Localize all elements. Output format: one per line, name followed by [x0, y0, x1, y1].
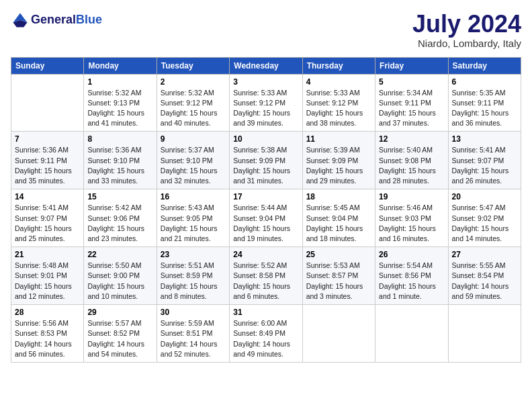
day-number: 14 [15, 192, 80, 201]
day-number: 9 [161, 134, 226, 144]
calendar-cell: 5Sunrise: 5:34 AM Sunset: 9:11 PM Daylig… [375, 74, 448, 132]
day-number: 15 [87, 192, 152, 201]
day-number: 12 [379, 134, 444, 144]
day-detail: Sunrise: 5:59 AM Sunset: 8:51 PM Dayligh… [161, 318, 226, 359]
calendar-cell: 18Sunrise: 5:45 AM Sunset: 9:04 PM Dayli… [302, 189, 375, 247]
day-number: 17 [233, 192, 298, 201]
day-number: 20 [452, 192, 517, 201]
day-number: 22 [87, 250, 152, 259]
day-number: 19 [379, 192, 444, 201]
calendar-cell: 11Sunrise: 5:39 AM Sunset: 9:09 PM Dayli… [302, 132, 375, 189]
day-number: 11 [306, 134, 371, 144]
calendar-cell [11, 74, 84, 132]
month-year: July 2024 [412, 11, 521, 38]
calendar-cell: 25Sunrise: 5:53 AM Sunset: 8:57 PM Dayli… [302, 247, 375, 305]
day-number: 29 [87, 308, 152, 317]
calendar-cell: 14Sunrise: 5:41 AM Sunset: 9:07 PM Dayli… [11, 189, 84, 247]
day-number: 2 [161, 77, 226, 87]
title-block: July 2024 Niardo, Lombardy, Italy [412, 11, 521, 49]
day-number: 24 [233, 250, 298, 259]
week-row-3: 14Sunrise: 5:41 AM Sunset: 9:07 PM Dayli… [11, 189, 521, 247]
day-detail: Sunrise: 5:33 AM Sunset: 9:12 PM Dayligh… [233, 88, 298, 129]
calendar-cell: 29Sunrise: 5:57 AM Sunset: 8:52 PM Dayli… [84, 305, 157, 363]
day-number: 18 [306, 192, 371, 201]
day-detail: Sunrise: 5:41 AM Sunset: 9:07 PM Dayligh… [452, 145, 517, 186]
calendar-cell: 31Sunrise: 6:00 AM Sunset: 8:49 PM Dayli… [230, 305, 302, 363]
calendar-cell: 2Sunrise: 5:32 AM Sunset: 9:12 PM Daylig… [157, 74, 229, 132]
calendar-table: SundayMondayTuesdayWednesdayThursdayFrid… [11, 57, 521, 363]
calendar-cell: 21Sunrise: 5:48 AM Sunset: 9:01 PM Dayli… [11, 247, 84, 305]
logo-text: GeneralBlue [31, 13, 102, 27]
calendar-cell: 1Sunrise: 5:32 AM Sunset: 9:13 PM Daylig… [84, 74, 157, 132]
day-detail: Sunrise: 5:37 AM Sunset: 9:10 PM Dayligh… [161, 145, 226, 186]
day-number: 5 [379, 77, 444, 87]
day-detail: Sunrise: 5:53 AM Sunset: 8:57 PM Dayligh… [306, 261, 371, 302]
day-detail: Sunrise: 5:50 AM Sunset: 9:00 PM Dayligh… [87, 261, 152, 302]
day-detail: Sunrise: 5:33 AM Sunset: 9:12 PM Dayligh… [306, 88, 371, 129]
day-number: 6 [452, 77, 517, 87]
day-detail: Sunrise: 5:41 AM Sunset: 9:07 PM Dayligh… [15, 203, 80, 244]
day-number: 13 [452, 134, 517, 144]
page-header: GeneralBlue July 2024 Niardo, Lombardy, … [11, 11, 521, 49]
day-number: 23 [161, 250, 226, 259]
day-detail: Sunrise: 5:38 AM Sunset: 9:09 PM Dayligh… [233, 145, 298, 186]
day-number: 1 [87, 77, 152, 87]
day-number: 8 [87, 134, 152, 144]
calendar-cell: 15Sunrise: 5:42 AM Sunset: 9:06 PM Dayli… [84, 189, 157, 247]
header-row: SundayMondayTuesdayWednesdayThursdayFrid… [11, 57, 521, 74]
calendar-cell: 7Sunrise: 5:36 AM Sunset: 9:11 PM Daylig… [11, 132, 84, 189]
day-number: 31 [233, 308, 298, 317]
calendar-cell: 3Sunrise: 5:33 AM Sunset: 9:12 PM Daylig… [230, 74, 302, 132]
column-header-tuesday: Tuesday [157, 57, 229, 74]
day-detail: Sunrise: 5:32 AM Sunset: 9:12 PM Dayligh… [161, 88, 226, 129]
day-detail: Sunrise: 5:36 AM Sunset: 9:10 PM Dayligh… [87, 145, 152, 186]
day-number: 25 [306, 250, 371, 259]
day-detail: Sunrise: 5:44 AM Sunset: 9:04 PM Dayligh… [233, 203, 298, 244]
calendar-cell [302, 305, 375, 363]
calendar-cell: 30Sunrise: 5:59 AM Sunset: 8:51 PM Dayli… [157, 305, 229, 363]
calendar-cell: 19Sunrise: 5:46 AM Sunset: 9:03 PM Dayli… [375, 189, 448, 247]
column-header-friday: Friday [375, 57, 448, 74]
day-number: 16 [161, 192, 226, 201]
day-detail: Sunrise: 5:43 AM Sunset: 9:05 PM Dayligh… [161, 203, 226, 244]
calendar-cell: 27Sunrise: 5:55 AM Sunset: 8:54 PM Dayli… [448, 247, 521, 305]
calendar-cell: 26Sunrise: 5:54 AM Sunset: 8:56 PM Dayli… [375, 247, 448, 305]
day-number: 10 [233, 134, 298, 144]
day-detail: Sunrise: 5:42 AM Sunset: 9:06 PM Dayligh… [87, 203, 152, 244]
week-row-5: 28Sunrise: 5:56 AM Sunset: 8:53 PM Dayli… [11, 305, 521, 363]
week-row-4: 21Sunrise: 5:48 AM Sunset: 9:01 PM Dayli… [11, 247, 521, 305]
day-detail: Sunrise: 5:57 AM Sunset: 8:52 PM Dayligh… [87, 318, 152, 359]
day-number: 3 [233, 77, 298, 87]
calendar-cell: 9Sunrise: 5:37 AM Sunset: 9:10 PM Daylig… [157, 132, 229, 189]
column-header-thursday: Thursday [302, 57, 375, 74]
column-header-wednesday: Wednesday [230, 57, 302, 74]
day-number: 27 [452, 250, 517, 259]
day-detail: Sunrise: 5:32 AM Sunset: 9:13 PM Dayligh… [87, 88, 152, 129]
calendar-cell [448, 305, 521, 363]
location: Niardo, Lombardy, Italy [412, 38, 521, 49]
day-number: 30 [161, 308, 226, 317]
calendar-cell: 8Sunrise: 5:36 AM Sunset: 9:10 PM Daylig… [84, 132, 157, 189]
day-number: 21 [15, 250, 80, 259]
week-row-2: 7Sunrise: 5:36 AM Sunset: 9:11 PM Daylig… [11, 132, 521, 189]
day-detail: Sunrise: 5:48 AM Sunset: 9:01 PM Dayligh… [15, 261, 80, 302]
calendar-cell: 10Sunrise: 5:38 AM Sunset: 9:09 PM Dayli… [230, 132, 302, 189]
calendar-cell: 28Sunrise: 5:56 AM Sunset: 8:53 PM Dayli… [11, 305, 84, 363]
logo: GeneralBlue [11, 11, 102, 30]
calendar-cell: 24Sunrise: 5:52 AM Sunset: 8:58 PM Dayli… [230, 247, 302, 305]
day-number: 7 [15, 134, 80, 144]
calendar-cell: 4Sunrise: 5:33 AM Sunset: 9:12 PM Daylig… [302, 74, 375, 132]
calendar-cell: 6Sunrise: 5:35 AM Sunset: 9:11 PM Daylig… [448, 74, 521, 132]
calendar-cell: 22Sunrise: 5:50 AM Sunset: 9:00 PM Dayli… [84, 247, 157, 305]
calendar-cell: 17Sunrise: 5:44 AM Sunset: 9:04 PM Dayli… [230, 189, 302, 247]
day-number: 4 [306, 77, 371, 87]
day-detail: Sunrise: 5:52 AM Sunset: 8:58 PM Dayligh… [233, 261, 298, 302]
day-detail: Sunrise: 5:35 AM Sunset: 9:11 PM Dayligh… [452, 88, 517, 129]
day-detail: Sunrise: 5:40 AM Sunset: 9:08 PM Dayligh… [379, 145, 444, 186]
week-row-1: 1Sunrise: 5:32 AM Sunset: 9:13 PM Daylig… [11, 74, 521, 132]
day-detail: Sunrise: 5:55 AM Sunset: 8:54 PM Dayligh… [452, 261, 517, 302]
day-detail: Sunrise: 5:54 AM Sunset: 8:56 PM Dayligh… [379, 261, 444, 302]
calendar-cell [375, 305, 448, 363]
day-detail: Sunrise: 5:45 AM Sunset: 9:04 PM Dayligh… [306, 203, 371, 244]
logo-icon [11, 11, 30, 30]
